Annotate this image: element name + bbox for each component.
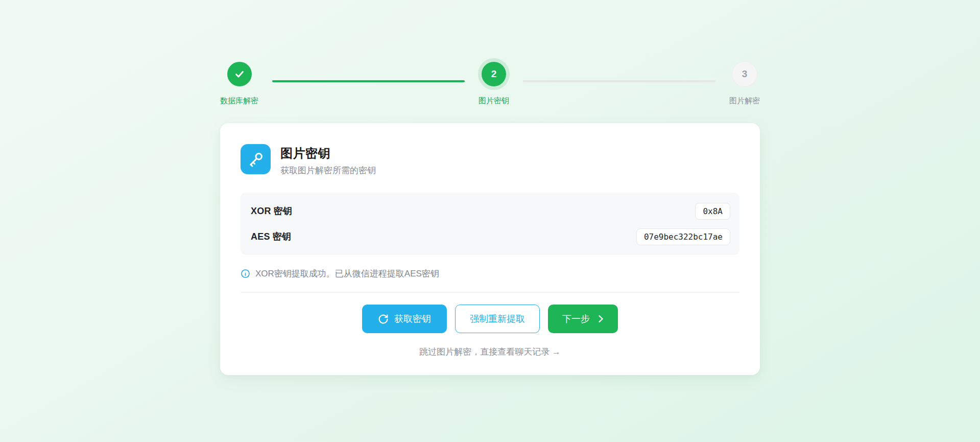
card-header-text: 图片密钥 获取图片解密所需的密钥 [280,144,376,176]
actions-row: 获取密钥 强制重新提取 下一步 [241,305,739,333]
force-reextract-button[interactable]: 强制重新提取 [455,305,540,333]
step-circle-zone: 2 [482,58,506,90]
key-values-panel: XOR 密钥 0x8A AES 密钥 07e9bec322bc17ae [241,193,739,255]
check-icon [233,68,246,80]
skip-image-decrypt-link[interactable]: 跳过图片解密，直接查看聊天记录 → [241,346,739,358]
step-number: 3 [742,68,748,80]
fetch-key-button[interactable]: 获取密钥 [362,305,447,333]
refresh-icon [378,314,389,324]
page-subtitle: 获取图片解密所需的密钥 [280,165,376,176]
status-message-row: XOR密钥提取成功。已从微信进程提取AES密钥 [241,268,739,280]
status-message: XOR密钥提取成功。已从微信进程提取AES密钥 [255,268,439,280]
next-step-button[interactable]: 下一步 [548,305,618,333]
step-circle-zone [227,58,252,90]
step-circle-zone: 3 [732,58,757,90]
step-label-database-decrypt: 数据库解密 [220,96,258,106]
step-completed-circle [227,62,252,86]
step-database-decrypt: 数据库解密 [220,58,258,106]
force-reextract-label: 强制重新提取 [470,313,525,325]
step-image-decrypt: 3 图片解密 [729,58,760,106]
aes-key-row: AES 密钥 07e9bec322bc17ae [251,225,730,248]
xor-key-value: 0x8A [695,203,730,220]
xor-key-label: XOR 密钥 [251,205,292,217]
step-image-key: 2 图片密钥 [479,58,509,106]
step-number: 2 [491,68,497,80]
info-icon [241,269,250,278]
chevron-right-icon [595,314,606,324]
xor-key-row: XOR 密钥 0x8A [251,200,730,222]
aes-key-value: 07e9bec322bc17ae [636,228,730,245]
step-active-circle: 2 [482,62,506,86]
page-container: 数据库解密 2 图片密钥 3 图片解密 [220,58,760,375]
stepper: 数据库解密 2 图片密钥 3 图片解密 [220,58,760,106]
key-icon [248,151,264,168]
aes-key-label: AES 密钥 [251,230,291,243]
fetch-key-label: 获取密钥 [394,313,431,325]
next-step-label: 下一步 [562,313,590,325]
image-key-card: 图片密钥 获取图片解密所需的密钥 XOR 密钥 0x8A AES 密钥 07e9… [220,123,760,375]
stepper-connector-todo [523,80,715,82]
step-label-image-key: 图片密钥 [479,96,509,106]
page-title: 图片密钥 [280,145,376,161]
step-pending-circle: 3 [732,62,757,86]
key-icon-tile [241,144,271,174]
step-label-image-decrypt: 图片解密 [729,96,760,106]
divider [241,292,739,293]
card-header: 图片密钥 获取图片解密所需的密钥 [241,144,739,176]
stepper-connector-done [272,80,465,82]
